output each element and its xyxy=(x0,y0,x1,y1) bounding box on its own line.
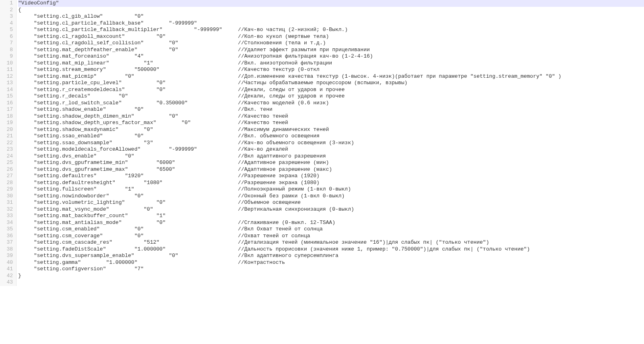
code-line[interactable]: "setting.dvs_enable" "0" //Вкл адаптивно… xyxy=(18,153,644,160)
code-line[interactable]: "setting.cl_gib_allow" "0" xyxy=(18,13,644,20)
code-line[interactable]: "setting.mat_picmip" "0" //Доп.изменение… xyxy=(18,73,644,80)
code-line[interactable]: "setting.shadow_depth_upres_factor_max" … xyxy=(18,120,644,126)
line-number: 28 xyxy=(2,180,13,187)
code-line[interactable]: } xyxy=(18,273,644,280)
line-number: 17 xyxy=(2,106,13,113)
line-number: 14 xyxy=(2,87,13,93)
code-line[interactable]: "setting.cl_ragdoll_maxcount" "0" //Кол-… xyxy=(18,33,644,40)
line-number: 8 xyxy=(2,47,13,54)
code-line[interactable]: "setting.gamma" "1.000000" //Контрастнос… xyxy=(18,259,644,266)
line-number: 23 xyxy=(2,146,13,153)
code-line[interactable]: "setting.csm_enabled" "0" //Вкл Охват те… xyxy=(18,226,644,233)
line-number: 5 xyxy=(2,27,13,33)
code-area[interactable]: "VideoConfig"{ "setting.cl_gib_allow" "0… xyxy=(17,0,644,286)
line-number: 34 xyxy=(2,220,13,226)
line-number: 13 xyxy=(2,80,13,87)
code-line[interactable]: "setting.defaultresheight" "1080" //Разр… xyxy=(18,180,644,187)
code-line[interactable]: "setting.shadow_maxdynamic" "0" //Максим… xyxy=(18,126,644,133)
line-number: 2 xyxy=(2,7,13,14)
code-line[interactable] xyxy=(18,279,644,286)
line-number: 6 xyxy=(2,33,13,40)
code-line[interactable]: "setting.modeldecals_forceAllowed" "-999… xyxy=(18,146,644,153)
line-number: 40 xyxy=(2,259,13,266)
code-line[interactable]: "setting.dvs_gpuframetime_max" "6500" //… xyxy=(18,166,644,173)
line-number: 43 xyxy=(2,279,13,286)
line-number: 29 xyxy=(2,186,13,193)
line-number: 9 xyxy=(2,53,13,60)
line-number: 16 xyxy=(2,100,13,107)
code-line[interactable]: "setting.r_decals" "0" //Декали, следы о… xyxy=(18,93,644,100)
code-line[interactable]: "setting.cl_particle_fallback_multiplier… xyxy=(18,27,644,33)
line-number: 27 xyxy=(2,173,13,180)
code-line[interactable]: "setting.csm_cascade_res" "512" //Детали… xyxy=(18,239,644,246)
code-line[interactable]: "setting.ssao_enabled" "0" //Вкл. объемн… xyxy=(18,133,644,140)
line-number: 32 xyxy=(2,206,13,213)
line-number-gutter: 1234567891011121314151617181920212223242… xyxy=(0,0,17,286)
code-line[interactable]: "VideoConfig" xyxy=(18,0,644,7)
code-line[interactable]: "setting.mat_backbuffer_count" "1" xyxy=(18,213,644,220)
line-number: 35 xyxy=(2,226,13,233)
line-number: 38 xyxy=(2,246,13,253)
code-line[interactable]: "setting.cl_particle_fallback_base" "-99… xyxy=(18,20,644,27)
code-line[interactable]: "setting.fullscreen" "1" //Полноэкранный… xyxy=(18,186,644,193)
line-number: 33 xyxy=(2,213,13,220)
line-number: 3 xyxy=(2,13,13,20)
code-line[interactable]: "setting.dvs_supersample_enable" "0" //В… xyxy=(18,253,644,259)
line-number: 36 xyxy=(2,233,13,240)
line-number: 22 xyxy=(2,140,13,147)
code-line[interactable]: "setting.ssao_downsample" "3" //Кач-во о… xyxy=(18,140,644,147)
code-line[interactable]: "setting.particle_cpu_level" "0" //Части… xyxy=(18,80,644,87)
line-number: 21 xyxy=(2,133,13,140)
line-number: 20 xyxy=(2,126,13,133)
line-number: 30 xyxy=(2,193,13,200)
code-editor[interactable]: 1234567891011121314151617181920212223242… xyxy=(0,0,644,286)
line-number: 24 xyxy=(2,153,13,160)
line-number: 19 xyxy=(2,120,13,126)
code-line[interactable]: "setting.r_lod_switch_scale" "0.350000" … xyxy=(18,100,644,107)
code-line[interactable]: "setting.r_createmodeldecals" "0" //Дека… xyxy=(18,87,644,93)
line-number: 37 xyxy=(2,239,13,246)
line-number: 42 xyxy=(2,273,13,280)
code-line[interactable]: "setting.mat_mip_linear" "1" //Вкл. аниз… xyxy=(18,60,644,67)
line-number: 39 xyxy=(2,253,13,259)
line-number: 1 xyxy=(2,0,13,7)
code-line[interactable]: "setting.mat_forceaniso" "4" //Анизотроп… xyxy=(18,53,644,60)
line-number: 12 xyxy=(2,73,13,80)
code-line[interactable]: { xyxy=(18,7,644,14)
line-number: 11 xyxy=(2,66,13,73)
code-line[interactable]: "setting.mat_depthfeather_enable" "0" //… xyxy=(18,47,644,54)
line-number: 25 xyxy=(2,160,13,166)
code-line[interactable]: "setting.configversion" "7" xyxy=(18,266,644,273)
code-line[interactable]: "setting.mat_vsync_mode" "0" //Вертикаль… xyxy=(18,206,644,213)
code-line[interactable]: "setting.mat_antialias_mode" "0" //Сглаж… xyxy=(18,220,644,226)
line-number: 4 xyxy=(2,20,13,27)
line-number: 15 xyxy=(2,93,13,100)
line-number: 41 xyxy=(2,266,13,273)
code-line[interactable]: "setting.csm_coverage" "0" //Охват теней… xyxy=(18,233,644,240)
code-line[interactable]: "setting.nowindowborder" "0" //Оконный б… xyxy=(18,193,644,200)
code-line[interactable]: "setting.shadow_enable" "0" //Вкл. тени xyxy=(18,106,644,113)
code-line[interactable]: "setting.fadeDistScale" "1.000000" //Дал… xyxy=(18,246,644,253)
code-line[interactable]: "setting.volumetric_lighting" "0" //Объе… xyxy=(18,199,644,206)
code-line[interactable]: "setting.shadow_depth_dimen_min" "0" //К… xyxy=(18,113,644,120)
line-number: 18 xyxy=(2,113,13,120)
code-line[interactable]: "setting.cl_ragdoll_self_collision" "0" … xyxy=(18,40,644,47)
code-line[interactable]: "setting.defaultres" "1920" //Разрешение… xyxy=(18,173,644,180)
code-line[interactable]: "setting.dvs_gpuframetime_min" "6000" //… xyxy=(18,160,644,166)
code-line[interactable]: "setting.stream_memory" "500000" //Качес… xyxy=(18,66,644,73)
line-number: 31 xyxy=(2,199,13,206)
line-number: 26 xyxy=(2,166,13,173)
line-number: 10 xyxy=(2,60,13,67)
line-number: 7 xyxy=(2,40,13,47)
